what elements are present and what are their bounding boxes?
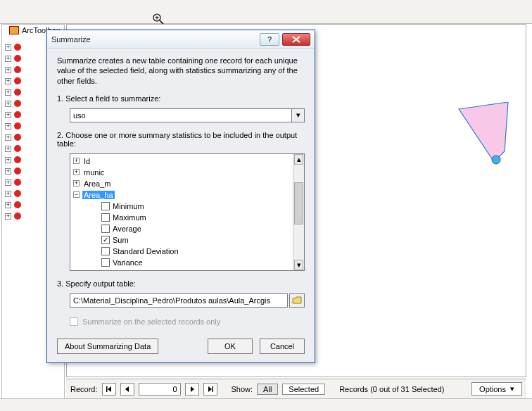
dialog-intro-text: Summarize creates a new table containing… xyxy=(57,56,305,86)
ok-button[interactable]: OK xyxy=(208,339,253,354)
status-strip xyxy=(0,398,532,411)
svg-marker-12 xyxy=(108,386,111,392)
toolbox-icon xyxy=(14,190,21,197)
expand-icon[interactable]: + xyxy=(5,56,11,62)
summarize-dialog: Summarize ? Summarize creates a new tabl… xyxy=(46,30,315,363)
field-item[interactable]: +Id xyxy=(73,156,290,167)
statistic-label: Variance xyxy=(113,258,143,267)
options-button[interactable]: Options ▾ xyxy=(471,382,522,396)
statistics-field-list[interactable]: +Id+munic+Area_m−Area_haMinimumMaximumAv… xyxy=(70,153,305,271)
svg-marker-13 xyxy=(125,386,129,392)
checkbox-icon xyxy=(101,225,110,233)
expand-icon[interactable]: + xyxy=(5,202,11,208)
expand-icon[interactable]: + xyxy=(5,213,11,220)
summarize-field-input[interactable] xyxy=(70,108,292,122)
expand-icon[interactable]: + xyxy=(5,44,11,51)
scroll-thumb[interactable] xyxy=(294,182,303,225)
step2-label: 2. Choose one or more summary statistics… xyxy=(57,131,305,148)
show-all-button[interactable]: All xyxy=(257,384,278,395)
combo-dropdown-button[interactable]: ▾ xyxy=(292,108,305,122)
toolbox-icon xyxy=(14,66,21,73)
svg-marker-14 xyxy=(191,386,194,392)
expand-icon[interactable]: + xyxy=(5,112,11,118)
last-record-button[interactable] xyxy=(203,383,217,396)
output-path-input[interactable] xyxy=(70,293,288,308)
expand-icon[interactable]: + xyxy=(5,146,11,152)
statistic-checkbox[interactable]: Standard Deviation xyxy=(101,246,290,257)
toolbox-icon xyxy=(14,134,21,141)
app-toolbar xyxy=(0,0,532,24)
scroll-up-button[interactable]: ▴ xyxy=(294,154,303,165)
toolbox-icon xyxy=(14,55,21,62)
svg-point-10 xyxy=(492,156,500,164)
dialog-body: Summarize creates a new table containing… xyxy=(47,49,315,333)
expand-icon[interactable]: + xyxy=(5,101,11,107)
svg-marker-9 xyxy=(459,102,508,162)
expand-icon[interactable]: + xyxy=(5,89,11,96)
dialog-button-row: About Summarizing Data OK Cancel xyxy=(47,333,315,362)
checkbox-icon: ✓ xyxy=(101,236,110,244)
toolbox-icon xyxy=(14,213,21,220)
field-item[interactable]: −Area_ha xyxy=(73,189,290,201)
first-record-button[interactable] xyxy=(102,383,116,396)
toolbox-icon xyxy=(14,167,21,175)
show-label: Show: xyxy=(232,385,253,393)
selected-only-label: Summarize on the selected records only xyxy=(82,317,220,326)
statistic-label: Standard Deviation xyxy=(113,247,179,255)
record-navigation-bar: Record: Show: All Selected Records (0 ou… xyxy=(66,379,526,398)
expand-icon[interactable]: + xyxy=(5,168,11,175)
statistic-checkbox[interactable]: Variance xyxy=(101,257,290,268)
statistic-label: Minimum xyxy=(113,202,144,210)
expand-icon[interactable]: + xyxy=(5,78,11,84)
field-label: munic xyxy=(82,168,106,177)
toolbox-icon xyxy=(14,77,21,84)
expand-icon[interactable]: + xyxy=(5,123,11,129)
prev-record-button[interactable] xyxy=(120,383,134,396)
record-number-input[interactable] xyxy=(139,383,181,396)
toolbox-icon xyxy=(14,100,21,107)
checkbox-icon xyxy=(101,247,110,255)
dialog-title: Summarize xyxy=(51,35,257,44)
browse-button[interactable] xyxy=(289,293,305,308)
next-record-button[interactable] xyxy=(185,383,199,396)
close-button[interactable] xyxy=(282,33,310,46)
list-scrollbar[interactable]: ▴ ▾ xyxy=(293,154,304,270)
expand-icon[interactable]: + xyxy=(73,158,80,164)
selected-records-only-checkbox: Summarize on the selected records only xyxy=(70,317,305,326)
expand-icon[interactable]: + xyxy=(5,179,11,186)
expand-icon[interactable]: + xyxy=(5,191,11,197)
statistic-checkbox[interactable]: Maximum xyxy=(101,212,290,223)
statistic-checkbox[interactable]: Minimum xyxy=(101,201,290,212)
expand-icon[interactable]: + xyxy=(5,157,11,163)
expand-icon[interactable]: + xyxy=(5,67,11,73)
dialog-titlebar[interactable]: Summarize ? xyxy=(47,30,315,49)
statistic-label: Maximum xyxy=(113,213,146,222)
statistic-checkbox[interactable]: Average xyxy=(101,223,290,234)
field-item[interactable]: +Area_m xyxy=(73,178,290,189)
map-polygon xyxy=(455,102,512,165)
field-label: Area_m xyxy=(82,179,113,188)
cancel-button[interactable]: Cancel xyxy=(260,339,305,354)
svg-marker-15 xyxy=(208,386,212,392)
statistic-label: Sum xyxy=(113,236,129,244)
svg-rect-16 xyxy=(212,386,213,392)
expand-icon[interactable]: + xyxy=(5,134,11,141)
show-selected-button[interactable]: Selected xyxy=(282,384,325,395)
field-item[interactable]: +munic xyxy=(73,167,290,178)
help-button[interactable]: ? xyxy=(260,33,279,46)
svg-rect-11 xyxy=(106,386,108,392)
statistic-checkbox[interactable]: ✓Sum xyxy=(101,234,290,246)
chevron-down-icon: ▾ xyxy=(510,384,514,393)
toolbox-icon xyxy=(14,156,21,163)
toolbox-icon xyxy=(14,44,21,51)
expand-icon[interactable]: + xyxy=(73,169,80,175)
about-summarizing-button[interactable]: About Summarizing Data xyxy=(57,339,158,354)
summarize-field-combo[interactable]: ▾ xyxy=(70,108,305,122)
step3-label: 3. Specify output table: xyxy=(57,279,305,288)
toolbox-icon xyxy=(9,26,19,34)
expand-icon[interactable]: − xyxy=(73,191,80,198)
scroll-down-button[interactable]: ▾ xyxy=(294,260,303,270)
toolbox-icon xyxy=(14,201,21,208)
toolbox-icon xyxy=(14,89,21,96)
expand-icon[interactable]: + xyxy=(73,180,80,186)
